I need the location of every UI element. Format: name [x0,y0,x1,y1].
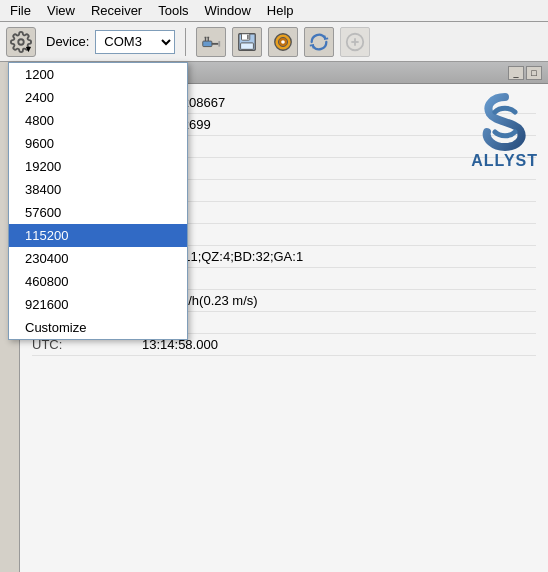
data-value-speed: 0.82 km/h(0.23 m/s) [142,293,536,308]
baud-rate-dropdown: 1200 2400 4800 9600 19200 38400 57600 11… [8,62,188,340]
data-value-sat: 16 [142,271,536,286]
baud-57600[interactable]: 57600 [9,201,187,224]
data-value-heading: 181.18 [142,315,536,330]
baud-115200[interactable]: 115200 [9,224,187,247]
save-button[interactable] [232,27,262,57]
refresh-button[interactable] [304,27,334,57]
menu-receiver[interactable]: Receiver [83,1,150,20]
data-value-7: 69(GP:11;QZ:4;BD:32;GA:1 [142,249,536,264]
logo-area: ALLYST [471,92,538,170]
target-button[interactable] [268,27,298,57]
data-value-4: 6.04 [142,183,536,198]
extra-button[interactable] [340,27,370,57]
menu-file[interactable]: File [2,1,39,20]
svg-rect-1 [203,41,212,47]
baud-4800[interactable]: 4800 [9,109,187,132]
svg-point-0 [18,39,24,45]
connect-button[interactable] [196,27,226,57]
minimize-button[interactable]: _ [508,66,524,80]
baud-customize[interactable]: Customize [9,316,187,339]
menu-window[interactable]: Window [197,1,259,20]
toolbar: Device: COM3 COM1 COM2 COM4 [0,22,548,62]
settings-gear-button[interactable] [6,27,36,57]
data-value-5: 4.51 [142,205,536,220]
baud-19200[interactable]: 19200 [9,155,187,178]
baud-921600[interactable]: 921600 [9,293,187,316]
logo-text: ALLYST [471,152,538,170]
menu-help[interactable]: Help [259,1,302,20]
baud-9600[interactable]: 9600 [9,132,187,155]
inner-title-buttons: _ □ [508,66,542,80]
svg-rect-3 [219,41,221,47]
restore-button[interactable]: □ [526,66,542,80]
menu-tools[interactable]: Tools [150,1,196,20]
device-select[interactable]: COM3 COM1 COM2 COM4 [95,30,175,54]
baud-2400[interactable]: 2400 [9,86,187,109]
baud-38400[interactable]: 38400 [9,178,187,201]
svg-rect-10 [241,42,254,48]
data-value-6: 4.01 [142,227,536,242]
baud-1200[interactable]: 1200 [9,63,187,86]
baud-460800[interactable]: 460800 [9,270,187,293]
menubar: File View Receiver Tools Window Help [0,0,548,22]
toolbar-separator [185,28,186,56]
menu-view[interactable]: View [39,1,83,20]
logo-icon [475,92,535,152]
data-value-utc: 13:14:58.000 [142,337,536,352]
device-label: Device: [46,34,89,49]
baud-230400[interactable]: 230400 [9,247,187,270]
svg-point-14 [282,40,286,44]
